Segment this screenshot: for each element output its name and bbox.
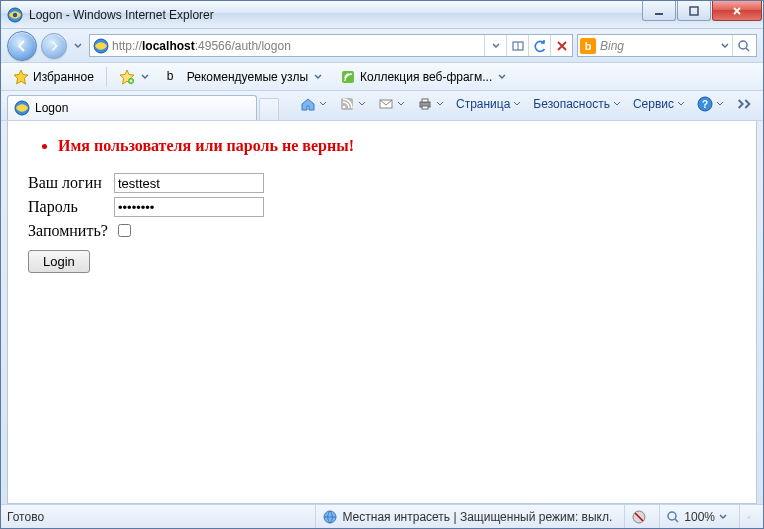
error-message: Имя пользователя или пароль не верны!	[58, 137, 736, 155]
url-text: http://localhost:49566/auth/logon	[112, 39, 484, 53]
web-slices-label: Коллекция веб-фрагм...	[360, 70, 492, 84]
web-slices-link[interactable]: Коллекция веб-фрагм...	[334, 66, 512, 88]
search-go-button[interactable]	[732, 35, 754, 56]
tab-active[interactable]: Logon	[7, 95, 257, 120]
zoom-text: 100%	[684, 510, 715, 524]
zone-panel[interactable]: Местная интрасеть | Защищенный режим: вы…	[315, 505, 618, 528]
status-ready: Готово	[7, 510, 44, 524]
close-button[interactable]	[712, 1, 762, 21]
shield-off-icon	[631, 509, 647, 525]
svg-rect-15	[422, 106, 428, 109]
address-bar[interactable]: http://localhost:49566/auth/logon	[89, 34, 573, 57]
compat-view-button[interactable]	[506, 35, 528, 56]
remember-checkbox[interactable]	[118, 224, 131, 237]
chevron-down-icon	[498, 73, 506, 81]
search-provider-dropdown[interactable]	[718, 35, 732, 57]
bing-small-icon: b	[167, 69, 183, 85]
page-icon	[93, 38, 109, 54]
page-menu[interactable]: Страница	[451, 93, 526, 115]
svg-point-11	[343, 106, 346, 109]
command-bar: Страница Безопасность Сервис ?	[295, 91, 757, 120]
chevron-down-icon	[397, 100, 405, 108]
status-bar: Готово Местная интрасеть | Защищенный ре…	[1, 504, 763, 528]
new-tab-button[interactable]	[259, 98, 279, 120]
resize-grip[interactable]	[739, 505, 757, 528]
search-placeholder: Bing	[600, 39, 718, 53]
svg-text:?: ?	[702, 99, 708, 110]
grip-icon	[746, 511, 751, 523]
stop-button[interactable]	[550, 35, 572, 56]
page-content: Имя пользователя или пароль не верны! Ва…	[7, 121, 757, 504]
maximize-button[interactable]	[677, 1, 711, 21]
read-mail-button[interactable]	[373, 93, 410, 115]
tools-menu[interactable]: Сервис	[628, 93, 690, 115]
add-favorite-button[interactable]	[113, 66, 155, 88]
feeds-button[interactable]	[334, 93, 371, 115]
zone-text: Местная интрасеть | Защищенный режим: вы…	[342, 510, 612, 524]
login-row: Ваш логин	[28, 173, 736, 193]
remember-row: Запомнить?	[28, 221, 736, 240]
tab-label: Logon	[35, 101, 68, 115]
star-add-icon	[119, 69, 135, 85]
login-label: Ваш логин	[28, 174, 114, 192]
mail-icon	[378, 96, 394, 112]
nav-history-dropdown[interactable]	[71, 35, 85, 57]
zoom-panel[interactable]: 100%	[659, 505, 733, 528]
url-dropdown[interactable]	[484, 35, 506, 56]
back-button[interactable]	[7, 31, 37, 61]
chevron-down-icon	[358, 100, 366, 108]
chevron-down-icon	[716, 100, 724, 108]
chevron-down-icon	[314, 73, 322, 81]
recommended-sites-label: Рекомендуемые узлы	[187, 70, 308, 84]
chevron-down-icon	[719, 513, 727, 521]
separator	[106, 67, 107, 87]
password-input[interactable]	[114, 197, 264, 217]
chevron-down-icon	[513, 100, 521, 108]
svg-rect-8	[342, 71, 354, 83]
svg-rect-3	[690, 7, 698, 15]
recommended-sites-link[interactable]: b Рекомендуемые узлы	[161, 66, 328, 88]
chevron-right-icon	[736, 96, 752, 112]
bing-icon: b	[580, 38, 596, 54]
web-slice-icon	[340, 69, 356, 85]
chevron-down-icon	[436, 100, 444, 108]
globe-icon	[322, 509, 338, 525]
refresh-button[interactable]	[528, 35, 550, 56]
print-button[interactable]	[412, 93, 449, 115]
chevron-down-icon	[319, 100, 327, 108]
svg-rect-2	[655, 13, 663, 15]
forward-button[interactable]	[41, 33, 67, 59]
browser-window: Logon - Windows Internet Explorer http:/…	[0, 0, 764, 529]
password-row: Пароль	[28, 197, 736, 217]
command-overflow[interactable]	[731, 93, 757, 115]
star-icon	[13, 69, 29, 85]
favorites-button[interactable]: Избранное	[7, 66, 100, 88]
window-buttons	[641, 1, 762, 28]
svg-point-1	[13, 12, 17, 16]
svg-rect-14	[422, 99, 428, 102]
help-icon: ?	[697, 96, 713, 112]
home-icon	[300, 96, 316, 112]
minimize-button[interactable]	[642, 1, 676, 21]
login-button[interactable]: Login	[28, 250, 90, 273]
password-label: Пароль	[28, 198, 114, 216]
print-icon	[417, 96, 433, 112]
titlebar: Logon - Windows Internet Explorer	[1, 1, 763, 29]
feed-icon	[339, 96, 355, 112]
window-title: Logon - Windows Internet Explorer	[29, 8, 214, 22]
safety-menu[interactable]: Безопасность	[528, 93, 626, 115]
favorites-label: Избранное	[33, 70, 94, 84]
zoom-icon	[666, 510, 680, 524]
search-box[interactable]: b Bing	[577, 34, 757, 57]
chevron-down-icon	[677, 100, 685, 108]
chevron-down-icon	[141, 73, 149, 81]
home-button[interactable]	[295, 93, 332, 115]
ie-icon	[7, 7, 23, 23]
protected-mode-toggle[interactable]	[624, 505, 653, 528]
navigation-bar: http://localhost:49566/auth/logon b Bing	[1, 29, 763, 63]
login-input[interactable]	[114, 173, 264, 193]
help-button[interactable]: ?	[692, 93, 729, 115]
error-list: Имя пользователя или пароль не верны!	[40, 137, 736, 155]
svg-point-20	[668, 512, 676, 520]
chevron-down-icon	[613, 100, 621, 108]
